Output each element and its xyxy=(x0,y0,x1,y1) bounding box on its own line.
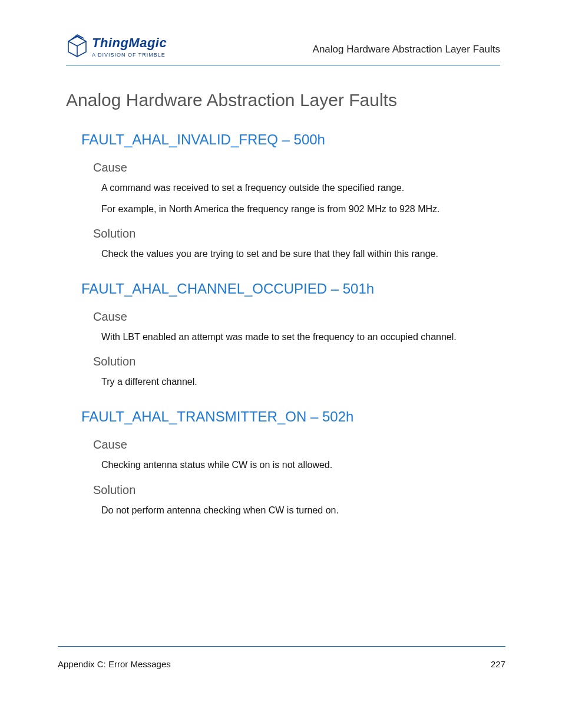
body-text: With LBT enabled an attempt was made to … xyxy=(101,331,494,344)
solution-heading: Solution xyxy=(93,227,500,241)
body-text: Checking antenna status while CW is on i… xyxy=(101,459,494,472)
solution-heading: Solution xyxy=(93,483,500,497)
page-header: ThingMagic A DIVISION OF TRIMBLE Analog … xyxy=(66,34,500,59)
page-title: Analog Hardware Abstraction Layer Faults xyxy=(66,90,500,110)
page-number: 227 xyxy=(491,659,505,669)
running-title: Analog Hardware Abstraction Layer Faults xyxy=(313,44,500,59)
fault-heading: FAULT_AHAL_TRANSMITTER_ON – 502h xyxy=(81,409,500,425)
body-text: Try a different channel. xyxy=(101,375,494,388)
body-text: A command was received to set a frequenc… xyxy=(101,182,494,195)
body-text: Check the values you are trying to set a… xyxy=(101,248,494,261)
page: ThingMagic A DIVISION OF TRIMBLE Analog … xyxy=(0,0,562,728)
footer-left: Appendix C: Error Messages xyxy=(58,659,171,669)
cause-heading: Cause xyxy=(93,161,500,174)
cause-heading: Cause xyxy=(93,438,500,452)
header-rule xyxy=(66,65,500,65)
body-text: For example, in North America the freque… xyxy=(101,203,494,216)
fault-heading: FAULT_AHAL_CHANNEL_OCCUPIED – 501h xyxy=(81,281,500,297)
cause-heading: Cause xyxy=(93,310,500,324)
logo: ThingMagic A DIVISION OF TRIMBLE xyxy=(66,34,167,59)
logo-sub: A DIVISION OF TRIMBLE xyxy=(92,52,167,58)
logo-name: ThingMagic xyxy=(92,35,167,51)
solution-heading: Solution xyxy=(93,355,500,368)
fault-heading: FAULT_AHAL_INVALID_FREQ – 500h xyxy=(81,131,500,148)
body-text: Do not perform antenna checking when CW … xyxy=(101,504,494,517)
page-footer: Appendix C: Error Messages 227 xyxy=(58,659,505,669)
cube-icon xyxy=(66,34,88,59)
logo-text: ThingMagic A DIVISION OF TRIMBLE xyxy=(92,35,167,58)
footer-rule xyxy=(58,646,505,647)
